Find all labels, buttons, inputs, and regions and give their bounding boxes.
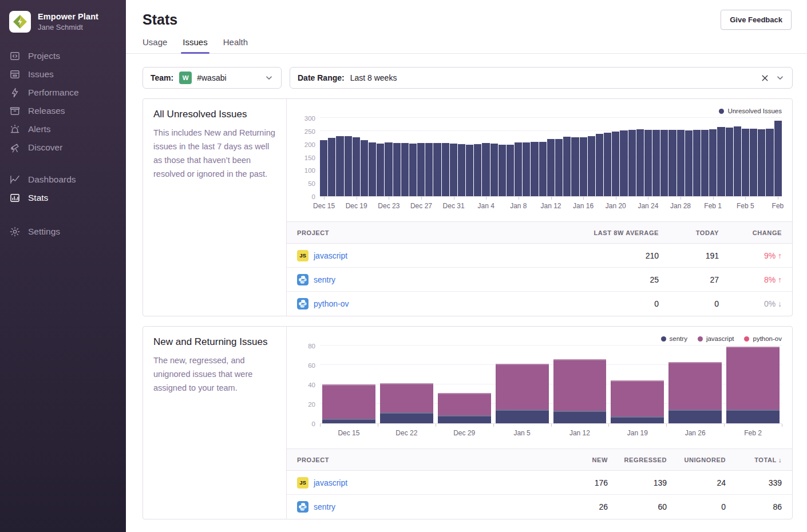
- new-returning-panel-description: The new, regressed, and unignored issues…: [153, 354, 276, 395]
- value-cell: 27: [659, 275, 719, 284]
- x-tick: [454, 197, 454, 200]
- unresolved-bar: [644, 130, 652, 196]
- legend-item-python-ov[interactable]: python-ov: [744, 335, 782, 342]
- unresolved-bar: [758, 129, 765, 196]
- python-project-icon: [297, 298, 308, 309]
- segment-sentry: [380, 412, 433, 423]
- new-returning-issues-panel: New and Returning Issues The new, regres…: [143, 326, 793, 519]
- segment-sentry: [438, 415, 491, 423]
- content: Team: W #wasabi Date Range: Last 8 weeks: [126, 54, 807, 532]
- segment-javascript: [553, 359, 607, 411]
- unresolved-bar: [523, 142, 530, 196]
- date-range-select[interactable]: Date Range: Last 8 weeks: [290, 67, 793, 89]
- legend-label: Unresolved Issues: [727, 108, 782, 114]
- x-tick-label: Dec 15: [338, 429, 359, 437]
- segment-sentry: [553, 411, 607, 423]
- y-tick-label: 250: [304, 128, 315, 135]
- column-header-new: NEW: [531, 456, 608, 463]
- x-tick-label: Jan 28: [670, 202, 691, 210]
- segment-javascript: [322, 384, 375, 419]
- value-cell: 0: [667, 502, 726, 511]
- column-header-last-8w-average: LAST 8W AVERAGE: [561, 229, 659, 236]
- unresolved-bar: [571, 137, 579, 196]
- page-title: Stats: [143, 11, 177, 28]
- sidebar-item-label: Issues: [28, 69, 54, 80]
- value-cell: 60: [608, 502, 667, 511]
- unresolved-bar: [442, 143, 449, 196]
- unresolved-issues-panel: All Unresolved Issues This includes New …: [143, 98, 793, 316]
- legend-item-sentry[interactable]: sentry: [661, 335, 687, 342]
- x-tick-label: Jan 20: [606, 202, 626, 210]
- project-link[interactable]: sentry: [314, 275, 335, 284]
- python-project-icon: [297, 274, 308, 285]
- javascript-project-icon: JS: [297, 250, 308, 261]
- unresolved-bar: [604, 133, 611, 196]
- sidebar: Empower Plant Jane Schmidt ProjectsIssue…: [0, 0, 126, 532]
- chevron-down-icon[interactable]: [776, 73, 785, 82]
- unresolved-bar: [507, 145, 514, 196]
- segment-sentry: [322, 419, 375, 424]
- project-link[interactable]: javascript: [314, 251, 347, 260]
- unresolved-bar: [466, 145, 473, 196]
- x-tick: [713, 197, 714, 200]
- team-select[interactable]: Team: W #wasabi: [143, 67, 282, 89]
- clear-date-icon[interactable]: [761, 74, 769, 82]
- tab-bar: UsageIssuesHealth: [126, 30, 807, 54]
- value-cell: 0: [561, 299, 659, 308]
- tab-usage[interactable]: Usage: [143, 37, 167, 53]
- legend-item-unresolved-issues[interactable]: Unresolved Issues: [719, 108, 782, 114]
- x-tick: [551, 424, 552, 427]
- project-link[interactable]: python-ov: [314, 299, 349, 308]
- sidebar-item-releases[interactable]: Releases: [0, 102, 126, 120]
- sidebar-item-projects[interactable]: Projects: [0, 47, 126, 65]
- unresolved-bar: [539, 142, 547, 196]
- sidebar-item-label: Dashboards: [28, 174, 76, 185]
- main-area: Stats Give Feedback UsageIssuesHealth Te…: [126, 0, 807, 532]
- python-project-icon: [297, 501, 308, 513]
- stacked-bar-jan-19: [608, 346, 666, 423]
- stacked-bar-jan-26: [666, 346, 724, 423]
- sidebar-item-issues[interactable]: Issues: [0, 65, 126, 84]
- sidebar-item-alerts[interactable]: Alerts: [0, 120, 126, 138]
- projects-icon: [9, 50, 21, 62]
- x-tick: [378, 424, 378, 427]
- project-cell: sentry: [297, 274, 561, 285]
- give-feedback-button[interactable]: Give Feedback: [721, 10, 792, 30]
- sidebar-item-performance[interactable]: Performance: [0, 84, 126, 102]
- unresolved-bar: [385, 142, 392, 196]
- y-tick-label: 0: [312, 420, 315, 427]
- tab-health[interactable]: Health: [223, 37, 248, 53]
- org-switcher[interactable]: Empower Plant Jane Schmidt: [0, 0, 126, 47]
- segment-sentry: [611, 416, 664, 423]
- x-tick: [357, 197, 357, 200]
- stacked-bar-jan-5: [493, 346, 551, 423]
- page-header: Stats Give Feedback: [126, 0, 807, 30]
- y-tick-label: 0: [312, 193, 315, 200]
- column-header-unignored: UNIGNORED: [667, 456, 726, 463]
- sidebar-item-settings[interactable]: Settings: [0, 223, 126, 241]
- unresolved-panel-summary: All Unresolved Issues This includes New …: [143, 99, 287, 316]
- legend-dot-icon: [719, 109, 724, 114]
- unresolved-bar: [458, 144, 465, 196]
- unresolved-bar: [612, 132, 619, 196]
- column-header-regressed: REGRESSED: [608, 456, 667, 463]
- table-row-javascript: JSjavascript2101919% ↑: [287, 244, 792, 268]
- y-tick-label: 300: [304, 115, 315, 122]
- segment-javascript: [611, 380, 664, 416]
- x-tick: [486, 197, 486, 200]
- y-axis-labels: 020406080: [296, 346, 315, 424]
- sidebar-item-discover[interactable]: Discover: [0, 138, 126, 157]
- column-header-total[interactable]: TOTAL↓: [726, 456, 782, 463]
- legend-item-javascript[interactable]: javascript: [698, 335, 734, 342]
- x-tick: [681, 197, 681, 200]
- chart-legend: Unresolved Issues: [296, 106, 782, 116]
- sidebar-item-dashboards[interactable]: Dashboards: [0, 170, 126, 189]
- legend-dot-icon: [744, 336, 749, 342]
- sidebar-item-stats[interactable]: Stats: [0, 189, 126, 207]
- project-link[interactable]: sentry: [314, 502, 335, 511]
- project-link[interactable]: javascript: [314, 478, 347, 487]
- y-tick-label: 50: [308, 180, 315, 187]
- x-tick: [648, 197, 648, 200]
- tab-issues[interactable]: Issues: [183, 37, 207, 53]
- x-tick: [421, 197, 422, 200]
